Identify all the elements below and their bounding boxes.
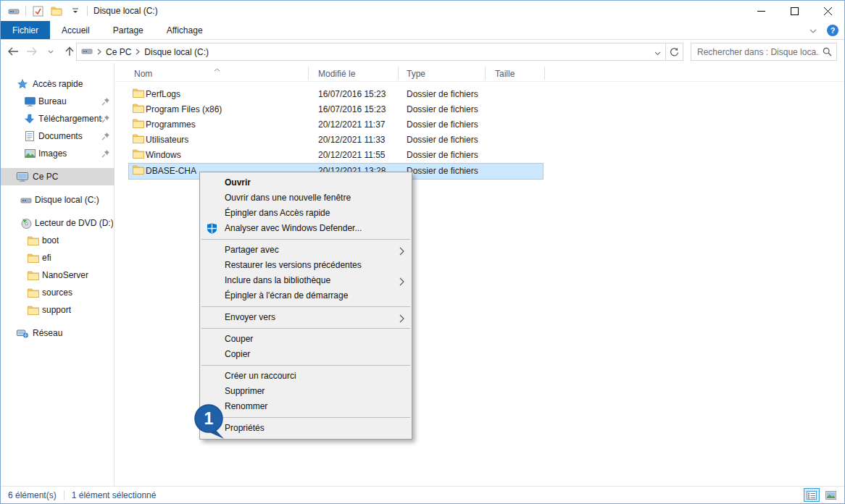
menu-item-proprietes[interactable]: Propriétés — [200, 421, 412, 436]
submenu-chevron-icon — [399, 313, 404, 328]
sidebar-item-sources[interactable]: sources — [1, 284, 115, 301]
menu-item-epingler-ecran-demarrage[interactable]: Épingler à l'écran de démarrage — [200, 288, 412, 303]
folder-icon — [28, 252, 39, 264]
file-type: Dossier de fichiers — [407, 119, 478, 130]
sidebar-item-label: Ce PC — [33, 172, 58, 182]
search-icon[interactable] — [823, 47, 836, 56]
computer-icon — [17, 171, 28, 182]
sidebar-item-nanoserver[interactable]: NanoServer — [1, 266, 115, 284]
sidebar-item-bureau[interactable]: Bureau — [1, 93, 115, 110]
breadcrumb-item-ce-pc[interactable]: Ce PC — [106, 47, 131, 57]
thumbnails-view-button[interactable] — [823, 488, 838, 502]
maximize-button[interactable] — [778, 1, 811, 21]
address-toolbar: Ce PC Disque local (C:) — [1, 40, 844, 63]
menu-item-label: Analyser avec Windows Defender... — [225, 223, 362, 233]
main-content: Accès rapide Bureau Téléchargements Docu… — [1, 63, 844, 486]
menu-item-copier[interactable]: Copier — [200, 347, 412, 362]
sidebar-item-efi[interactable]: efi — [1, 249, 115, 266]
sidebar-item-images[interactable]: Images — [1, 145, 115, 162]
picture-icon — [24, 148, 36, 159]
callout-number: 1 — [204, 409, 214, 428]
file-name: Program Files (x86) — [146, 104, 222, 114]
column-header-modifie[interactable]: Modifié le — [318, 69, 355, 79]
folder-icon — [28, 287, 39, 298]
menu-item-ouvrir-nouvelle-fenetre[interactable]: Ouvrir dans une nouvelle fenêtre — [200, 190, 412, 206]
menu-item-inclure-bibliotheque[interactable]: Inclure dans la bibliothèque — [200, 273, 412, 288]
sidebar-item-label: NanoServer — [42, 270, 88, 280]
recent-locations-chevron-icon[interactable] — [43, 43, 59, 59]
sidebar-item-documents[interactable]: Documents — [1, 127, 115, 145]
file-row-utilisateurs[interactable]: Utilisateurs 20/12/2021 11:33 Dossier de… — [115, 133, 844, 148]
tab-partage[interactable]: Partage — [101, 21, 155, 39]
column-divider[interactable] — [544, 67, 545, 80]
column-header-type[interactable]: Type — [407, 69, 425, 79]
address-dropdown-chevron-icon[interactable] — [654, 48, 661, 58]
menu-item-restaurer-versions[interactable]: Restaurer les versions précédentes — [200, 258, 412, 273]
address-bar[interactable]: Ce PC Disque local (C:) — [76, 43, 666, 61]
sidebar-item-lecteur-dvd[interactable]: Lecteur de DVD (D:) S — [1, 214, 115, 232]
sidebar-item-support[interactable]: support — [1, 301, 115, 319]
close-button[interactable] — [811, 1, 844, 21]
menu-item-analyser-windows-defender[interactable]: Analyser avec Windows Defender... — [200, 221, 412, 236]
menu-item-couper[interactable]: Couper — [200, 332, 412, 347]
search-box[interactable] — [691, 43, 837, 61]
breadcrumb: Ce PC Disque local (C:) — [81, 45, 209, 59]
file-modified: 16/07/2016 15:23 — [318, 104, 386, 114]
customize-qat-chevron-icon[interactable] — [68, 4, 83, 18]
search-input[interactable] — [691, 47, 823, 57]
forward-button[interactable] — [24, 43, 40, 59]
view-toggle-buttons — [804, 488, 838, 502]
file-name: PerfLogs — [146, 89, 180, 99]
separator — [64, 490, 64, 500]
dvd-icon — [20, 217, 32, 229]
up-button[interactable] — [62, 43, 78, 59]
breadcrumb-item-disque-local[interactable]: Disque local (C:) — [144, 47, 209, 57]
sidebar-item-boot[interactable]: boot — [1, 232, 115, 249]
menu-item-partager-avec[interactable]: Partager avec — [200, 243, 412, 258]
pin-icon — [101, 149, 110, 158]
back-button[interactable] — [5, 43, 21, 59]
menu-item-envoyer-vers[interactable]: Envoyer vers — [200, 310, 412, 325]
help-icon[interactable]: ? — [827, 25, 838, 36]
column-divider[interactable] — [398, 67, 399, 80]
folder-icon — [133, 88, 144, 100]
file-row-program-files-x86[interactable]: Program Files (x86) 16/07/2016 15:23 Dos… — [115, 102, 844, 117]
sort-ascending-icon — [214, 64, 220, 74]
status-bar: 6 élément(s) 1 élément sélectionné — [1, 486, 844, 503]
sidebar-item-label: Accès rapide — [33, 79, 83, 89]
menu-item-ouvrir[interactable]: Ouvrir — [200, 175, 412, 190]
file-row-perflogs[interactable]: PerfLogs 16/07/2016 15:23 Dossier de fic… — [115, 87, 844, 102]
selection-text: 1 élément sélectionné — [72, 490, 157, 500]
column-header-taille[interactable]: Taille — [495, 69, 515, 79]
sidebar-item-telechargements[interactable]: Téléchargements — [1, 110, 115, 127]
menu-item-supprimer[interactable]: Supprimer — [200, 384, 412, 399]
sidebar-item-label: Bureau — [38, 96, 67, 106]
sidebar-item-ce-pc[interactable]: Ce PC — [1, 168, 115, 185]
menu-item-renommer[interactable]: Renommer — [200, 399, 412, 414]
tab-affichage[interactable]: Affichage — [155, 21, 215, 39]
menu-item-epingler-acces-rapide[interactable]: Épingler dans Accès rapide — [200, 206, 412, 221]
tab-fichier[interactable]: Fichier — [1, 21, 50, 39]
expand-ribbon-chevron-icon[interactable] — [809, 25, 817, 35]
details-view-button[interactable] — [804, 488, 820, 502]
file-row-windows[interactable]: Windows 20/12/2021 11:55 Dossier de fich… — [115, 148, 844, 163]
folder-icon — [133, 149, 144, 161]
drive-icon — [20, 194, 32, 206]
sidebar-item-acces-rapide[interactable]: Accès rapide — [1, 75, 115, 93]
folder-icon — [28, 235, 39, 246]
file-row-programmes[interactable]: Programmes 20/12/2021 11:37 Dossier de f… — [115, 117, 844, 133]
sidebar-item-reseau[interactable]: Réseau — [1, 324, 115, 342]
column-header-nom[interactable]: Nom — [134, 69, 152, 79]
properties-quick-icon[interactable] — [30, 4, 45, 18]
refresh-button[interactable] — [666, 43, 683, 61]
new-folder-icon[interactable] — [49, 4, 64, 18]
minimize-button[interactable] — [744, 1, 778, 21]
file-name: DBASE-CHA — [146, 166, 196, 176]
column-divider[interactable] — [485, 67, 486, 80]
column-divider[interactable] — [308, 67, 309, 80]
menu-item-creer-raccourci[interactable]: Créer un raccourci — [200, 369, 412, 384]
step-callout-badge: 1 — [193, 403, 228, 443]
sidebar-item-disque-local[interactable]: Disque local (C:) — [1, 191, 115, 209]
tab-accueil[interactable]: Accueil — [50, 21, 101, 39]
title-bar: Disque local (C:) — [1, 1, 844, 21]
